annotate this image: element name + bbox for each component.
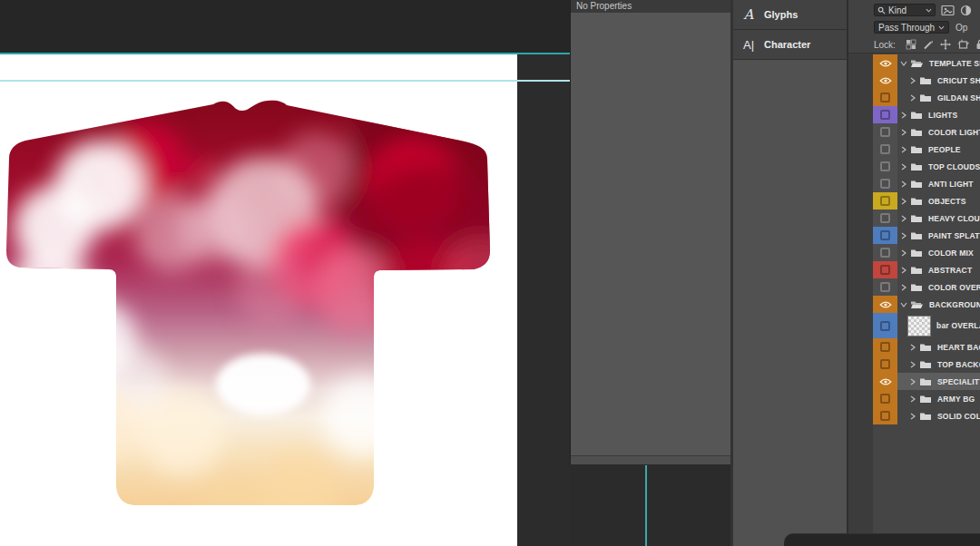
layer-visibility-toggle[interactable] bbox=[873, 356, 897, 373]
layer-visibility-toggle[interactable] bbox=[873, 106, 897, 123]
expand-chevron-icon[interactable] bbox=[910, 413, 916, 420]
expand-chevron-icon[interactable] bbox=[901, 267, 906, 274]
pasteboard bbox=[570, 464, 730, 546]
layer-row[interactable]: bar OVERLAY bbox=[848, 313, 980, 338]
layer-row[interactable]: PAINT SPLATTER bbox=[848, 227, 980, 244]
folder-icon bbox=[910, 144, 923, 154]
layer-row[interactable]: TOP CLOUDS bbox=[848, 158, 980, 175]
expand-chevron-icon[interactable] bbox=[901, 215, 906, 222]
expand-chevron-icon[interactable] bbox=[901, 232, 906, 239]
character-panel-button[interactable]: A| Character bbox=[733, 30, 847, 60]
expand-chevron-icon[interactable] bbox=[910, 77, 916, 84]
lock-label: Lock: bbox=[874, 40, 896, 50]
layer-visibility-toggle[interactable] bbox=[873, 313, 897, 338]
layer-label: TOP CLOUDS bbox=[928, 162, 980, 171]
filter-pixel-layers-icon[interactable] bbox=[941, 5, 955, 16]
expand-chevron-icon[interactable] bbox=[901, 198, 906, 205]
filter-kind-label: Kind bbox=[888, 5, 906, 15]
expand-chevron-icon[interactable] bbox=[901, 129, 906, 136]
layer-row[interactable]: GILDAN SHIRT bbox=[848, 89, 980, 106]
layer-row[interactable]: COLOR LIGHTS bbox=[848, 123, 980, 141]
layer-row[interactable]: ABSTRACT bbox=[848, 261, 980, 278]
glyphs-panel-button[interactable]: A Glyphs bbox=[733, 0, 847, 30]
layer-row[interactable]: COLOR MIX bbox=[848, 244, 980, 261]
layer-label: HEAVY CLOUDS bbox=[928, 214, 980, 223]
layer-row[interactable]: SPECIALITY B bbox=[848, 373, 980, 390]
folder-icon bbox=[919, 376, 932, 386]
expand-chevron-icon[interactable] bbox=[901, 249, 906, 257]
expand-chevron-icon[interactable] bbox=[901, 146, 906, 153]
layer-filter-kind-dropdown[interactable]: Kind bbox=[874, 4, 936, 16]
layer-visibility-toggle[interactable] bbox=[873, 227, 897, 244]
layers-panel-header: Kind Pass Through Op bbox=[848, 0, 980, 54]
collapse-chevron-icon[interactable] bbox=[901, 60, 906, 67]
layer-row[interactable]: HEAVY CLOUDS bbox=[848, 210, 980, 227]
horizontal-guide bbox=[0, 80, 570, 82]
layer-visibility-toggle[interactable] bbox=[873, 141, 897, 158]
layer-label: GILDAN SHIRT bbox=[937, 93, 980, 102]
hidden-eye-box bbox=[880, 282, 890, 292]
expand-chevron-icon[interactable] bbox=[901, 180, 906, 188]
folder-icon bbox=[910, 213, 923, 223]
layer-row[interactable]: ANTI LIGHT bbox=[848, 175, 980, 192]
expand-chevron-icon[interactable] bbox=[910, 378, 916, 385]
lock-image-pixels-icon[interactable] bbox=[923, 39, 934, 50]
folder-icon bbox=[910, 161, 923, 171]
layer-visibility-toggle[interactable] bbox=[873, 373, 897, 390]
layer-label: ABSTRACT bbox=[928, 266, 972, 275]
layer-visibility-toggle[interactable] bbox=[873, 123, 897, 141]
layer-row[interactable]: OBJECTS bbox=[848, 192, 980, 210]
lock-position-icon[interactable] bbox=[940, 39, 951, 50]
document-canvas[interactable] bbox=[0, 54, 517, 546]
expand-chevron-icon[interactable] bbox=[910, 344, 916, 351]
layer-row[interactable]: ARMY BG bbox=[848, 390, 980, 407]
hidden-eye-box bbox=[880, 394, 890, 404]
collapse-chevron-icon[interactable] bbox=[901, 301, 906, 308]
layer-visibility-toggle[interactable] bbox=[873, 158, 897, 175]
blend-mode-dropdown[interactable]: Pass Through bbox=[874, 21, 949, 34]
layer-visibility-toggle[interactable] bbox=[873, 338, 897, 356]
layer-row[interactable]: CRICUT SHIRT bbox=[848, 72, 980, 89]
layer-visibility-toggle[interactable] bbox=[873, 72, 897, 89]
layer-row[interactable]: SOLID COLORS bbox=[848, 407, 980, 424]
layer-row[interactable]: LIGHTS bbox=[848, 106, 980, 123]
layer-row[interactable]: PEOPLE bbox=[848, 141, 980, 158]
layer-visibility-toggle[interactable] bbox=[873, 89, 897, 106]
expand-chevron-icon[interactable] bbox=[901, 163, 906, 171]
layer-row[interactable]: COLOR OVERLAY bbox=[848, 278, 980, 296]
expand-chevron-icon[interactable] bbox=[910, 361, 916, 368]
layer-visibility-toggle[interactable] bbox=[873, 244, 897, 261]
folder-icon bbox=[919, 394, 932, 404]
layer-visibility-toggle[interactable] bbox=[873, 407, 897, 424]
layer-visibility-toggle[interactable] bbox=[873, 278, 897, 296]
layer-visibility-toggle[interactable] bbox=[873, 296, 897, 313]
expand-chevron-icon[interactable] bbox=[901, 284, 906, 291]
layer-label: ARMY BG bbox=[937, 395, 975, 404]
lock-transparent-pixels-icon[interactable] bbox=[906, 39, 916, 50]
pasteboard bbox=[517, 54, 570, 546]
layer-visibility-toggle[interactable] bbox=[873, 54, 897, 72]
expand-chevron-icon[interactable] bbox=[910, 395, 916, 403]
filter-adjustment-layers-icon[interactable] bbox=[960, 5, 972, 16]
eye-icon bbox=[879, 76, 892, 85]
layer-visibility-toggle[interactable] bbox=[873, 192, 897, 210]
chevron-down-icon bbox=[926, 8, 932, 13]
layer-label: TEMPLATE SIZES bbox=[929, 59, 980, 68]
lock-artboard-nesting-icon[interactable] bbox=[957, 39, 969, 50]
photoshop-workspace: No Properties A Glyphs A| Character Kind bbox=[0, 0, 980, 546]
expand-chevron-icon[interactable] bbox=[910, 94, 916, 102]
layer-row[interactable]: BACKGROUNDS bbox=[848, 296, 980, 313]
layer-row[interactable]: HEART BACKG bbox=[848, 338, 980, 356]
hidden-eye-box bbox=[880, 248, 890, 258]
folder-icon bbox=[910, 196, 923, 206]
layer-visibility-toggle[interactable] bbox=[873, 390, 897, 407]
layer-visibility-toggle[interactable] bbox=[873, 261, 897, 278]
layer-row[interactable]: TOP BACKGRO bbox=[848, 356, 980, 373]
lock-all-icon[interactable] bbox=[975, 39, 980, 50]
layer-row[interactable]: TEMPLATE SIZES bbox=[848, 54, 980, 72]
expand-chevron-icon[interactable] bbox=[901, 112, 906, 119]
layer-visibility-toggle[interactable] bbox=[873, 175, 897, 192]
layer-thumbnail[interactable] bbox=[907, 316, 931, 336]
layer-visibility-toggle[interactable] bbox=[873, 210, 897, 227]
character-icon: A| bbox=[733, 38, 764, 52]
